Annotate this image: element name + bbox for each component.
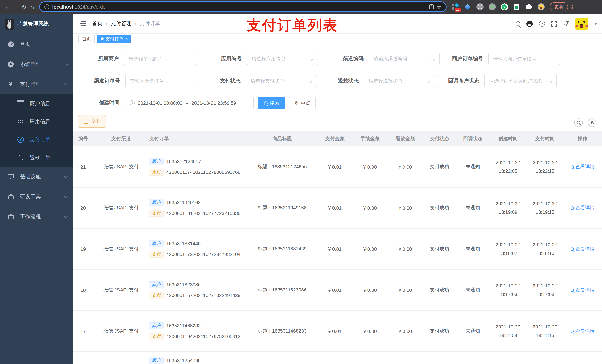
extensions-puzzle-icon[interactable]	[525, 3, 532, 10]
extension-gem-icon[interactable]	[464, 3, 471, 10]
chevron-down-icon	[64, 62, 68, 66]
merchant-tag: 商户	[149, 158, 164, 165]
github-icon[interactable]	[526, 21, 533, 27]
created-time: 13:18:02	[489, 249, 527, 258]
cell-id: 18	[73, 287, 93, 293]
font-size-icon[interactable]	[563, 20, 569, 27]
sidebar-item-merchant-info[interactable]: 商户信息	[0, 94, 73, 113]
cell-status: 支付成功	[423, 205, 456, 211]
search-icon	[264, 101, 268, 105]
avatar[interactable]	[575, 18, 589, 30]
browser-forward-icon[interactable]	[12, 3, 20, 10]
view-detail-link[interactable]: 查看详情	[570, 246, 595, 252]
refresh-icon	[294, 100, 298, 106]
avatar-caret-icon[interactable]	[595, 20, 597, 27]
merchant-order-no-input[interactable]	[488, 52, 560, 65]
pay-status-select[interactable]: 请选择支付状态	[246, 75, 317, 87]
search-button[interactable]: 搜索	[258, 97, 285, 109]
view-detail-link[interactable]: 查看详情	[570, 205, 595, 211]
site-info-icon[interactable]	[44, 4, 49, 9]
sidebar-item-app-info[interactable]: 应用信息	[0, 113, 73, 131]
extension-grid-icon[interactable]: 10	[452, 3, 459, 10]
extension-chat-icon[interactable]	[513, 3, 520, 10]
reset-button[interactable]: 重置	[289, 97, 316, 109]
col-fee: 手续金额	[353, 135, 388, 142]
paid-date: 2021-10-27	[527, 199, 563, 208]
shop-icon	[17, 100, 24, 107]
cell-amount: ¥ 0.01	[317, 287, 353, 293]
extension-y-icon[interactable]	[501, 3, 508, 10]
sidebar-collapse-icon[interactable]	[79, 21, 86, 26]
chevron-down-icon	[64, 194, 68, 198]
cell-refund: ¥ 0.00	[388, 205, 423, 211]
close-icon[interactable]	[125, 36, 128, 42]
share-icon[interactable]	[430, 4, 434, 9]
date-range-picker[interactable]: 2021-10-01 00:00:00 - 2021-10-31 23:59:5…	[125, 96, 254, 109]
notify-status-select[interactable]: 请选择订单回调商户状态	[484, 75, 557, 87]
col-notify: 回调状态	[456, 135, 489, 142]
filter-create-time: 创建时间 2021-10-01 00:00:00 - 2021-10-31 23…	[99, 96, 254, 109]
cell-channel: 微信 JSAPI 支付	[93, 246, 149, 252]
address-bar[interactable]: localhost:1024/pay/order	[39, 1, 447, 12]
sidebar-item-system[interactable]: 系统管理	[0, 54, 73, 74]
cell-channel: 微信 JSAPI 支付	[93, 205, 149, 211]
channel-code-select[interactable]: 请输入渠道编码	[369, 52, 440, 65]
tag-home[interactable]: 首页	[78, 35, 95, 43]
merchant-order-no: 1635311949168	[166, 200, 201, 205]
extension-emoji-icon[interactable]	[537, 3, 545, 10]
sidebar-item-pay-order[interactable]: 支付订单	[0, 131, 73, 149]
sidebar-item-workflow[interactable]: 工作流程	[0, 207, 73, 227]
cell-fee: ¥ 0.00	[353, 205, 388, 211]
cell-status: 支付成功	[423, 246, 456, 252]
refund-status-select[interactable]: 请选择退款状态	[364, 75, 435, 87]
col-channel: 支付渠道	[93, 135, 149, 142]
fullscreen-icon[interactable]	[551, 21, 557, 26]
channel-order-no-input[interactable]	[125, 75, 198, 87]
cell-amount: ¥ 0.01	[317, 246, 353, 252]
sidebar-item-refund-order[interactable]: 退款订单	[0, 149, 73, 167]
sidebar-item-infrastructure[interactable]: 基础设施	[0, 167, 73, 187]
table-header: 编号 支付渠道 支付订单 商品标题 支付金额 手续金额 退款金额 支付状态 回调…	[73, 131, 602, 146]
merchant-input[interactable]	[124, 52, 197, 65]
breadcrumb-home[interactable]: 首页	[92, 20, 103, 27]
table-row: 17 微信 JSAPI 支付 商户1635311468233 支付4200001…	[73, 311, 602, 352]
export-button[interactable]: 导出	[78, 115, 106, 128]
extension-record-icon[interactable]	[488, 3, 496, 10]
browser-update-button[interactable]: 更新	[550, 2, 568, 11]
select-placeholder: 请选择应用信息	[252, 55, 285, 62]
refresh-icon	[590, 119, 594, 126]
browser-reload-icon[interactable]	[20, 3, 28, 10]
sidebar-item-label: 首页	[20, 41, 30, 48]
help-icon[interactable]	[539, 21, 545, 27]
extension-command-icon[interactable]	[476, 3, 484, 10]
col-title: 商品标题	[247, 135, 317, 142]
paid-date: 2021-10-27	[527, 322, 563, 331]
sidebar-item-home[interactable]: 首页	[0, 34, 73, 54]
paid-time: 13:18:10	[527, 249, 563, 258]
toggle-search-button[interactable]	[574, 118, 583, 127]
tag-pay-order[interactable]: 支付订单	[97, 35, 131, 43]
browser-home-icon[interactable]	[28, 3, 36, 10]
browser-menu-icon[interactable]	[570, 3, 575, 10]
sidebar-item-devtools[interactable]: 研发工具	[0, 187, 73, 207]
sidebar: 芋道管理系统 首页 系统管理 支付管理 商户信息	[0, 14, 73, 364]
select-placeholder: 请选择订单回调商户状态	[489, 78, 542, 84]
url-text: localhost:1024/pay/order	[52, 4, 107, 10]
browser-back-icon[interactable]	[4, 3, 12, 10]
created-date: 2021-10-27	[489, 240, 527, 249]
created-time: 13:22:05	[489, 167, 527, 175]
refresh-table-button[interactable]	[588, 118, 596, 127]
view-detail-link[interactable]: 查看详情	[570, 287, 595, 293]
merchant-tag: 商户	[149, 240, 164, 247]
extension-badge: 10	[455, 8, 461, 12]
bookmark-star-icon[interactable]	[437, 3, 441, 10]
breadcrumb-pay[interactable]: 支付管理	[111, 20, 131, 27]
filter-channel-order-no: 渠道订单号	[94, 75, 198, 87]
app-id-select[interactable]: 请选择应用信息	[247, 52, 318, 65]
view-detail-link[interactable]: 查看详情	[570, 164, 595, 170]
filter-channel-code: 渠道编码 请输入渠道编码	[343, 52, 440, 65]
view-detail-link[interactable]: 查看详情	[570, 328, 595, 334]
pay-tag: 支付	[149, 251, 164, 258]
sidebar-item-pay[interactable]: 支付管理	[0, 74, 73, 94]
search-icon[interactable]	[516, 21, 520, 26]
